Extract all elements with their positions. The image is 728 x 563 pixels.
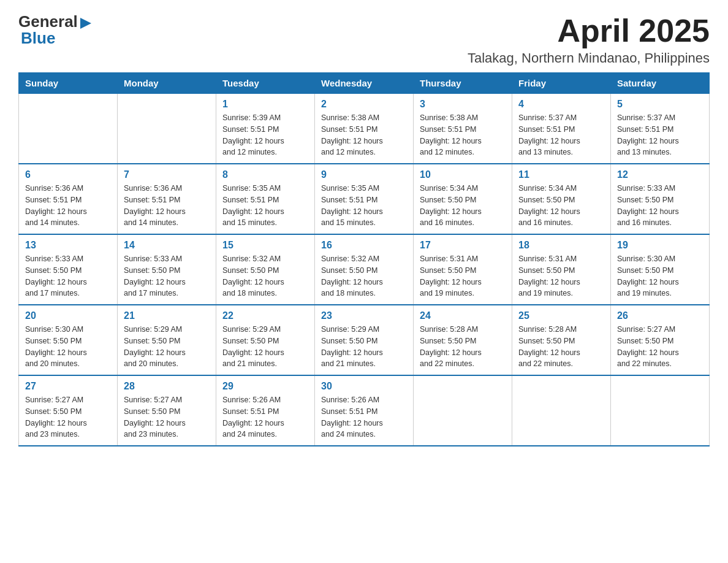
day-info: Sunrise: 5:29 AMSunset: 5:50 PMDaylight:… (222, 324, 308, 370)
page-subtitle: Talakag, Northern Mindanao, Philippines (468, 50, 710, 66)
calendar-cell: 8Sunrise: 5:35 AMSunset: 5:51 PMDaylight… (216, 164, 315, 234)
calendar-cell: 9Sunrise: 5:35 AMSunset: 5:51 PMDaylight… (315, 164, 414, 234)
day-number: 23 (321, 310, 407, 321)
day-info: Sunrise: 5:37 AMSunset: 5:51 PMDaylight:… (617, 112, 703, 158)
day-info: Sunrise: 5:29 AMSunset: 5:50 PMDaylight:… (321, 324, 407, 370)
calendar-cell: 29Sunrise: 5:26 AMSunset: 5:51 PMDayligh… (216, 375, 315, 446)
calendar-cell: 21Sunrise: 5:29 AMSunset: 5:50 PMDayligh… (118, 305, 216, 375)
day-number: 8 (222, 169, 308, 180)
day-number: 26 (617, 310, 703, 321)
day-number: 5 (617, 99, 703, 110)
calendar-week-row: 27Sunrise: 5:27 AMSunset: 5:50 PMDayligh… (19, 375, 710, 446)
logo: General Blue (18, 12, 93, 48)
day-info: Sunrise: 5:26 AMSunset: 5:51 PMDaylight:… (222, 394, 308, 440)
calendar-cell: 15Sunrise: 5:32 AMSunset: 5:50 PMDayligh… (216, 234, 315, 305)
day-info: Sunrise: 5:27 AMSunset: 5:50 PMDaylight:… (25, 394, 111, 440)
day-info: Sunrise: 5:26 AMSunset: 5:51 PMDaylight:… (321, 394, 407, 440)
calendar-day-header: Wednesday (315, 73, 414, 94)
day-number: 4 (518, 99, 604, 110)
calendar-cell: 5Sunrise: 5:37 AMSunset: 5:51 PMDaylight… (611, 94, 710, 164)
day-number: 27 (25, 381, 111, 392)
calendar-cell (611, 375, 710, 446)
day-info: Sunrise: 5:31 AMSunset: 5:50 PMDaylight:… (518, 253, 604, 299)
day-info: Sunrise: 5:34 AMSunset: 5:50 PMDaylight:… (518, 183, 604, 229)
day-number: 29 (222, 381, 308, 392)
day-number: 28 (124, 381, 210, 392)
calendar-cell: 18Sunrise: 5:31 AMSunset: 5:50 PMDayligh… (512, 234, 611, 305)
calendar-cell: 19Sunrise: 5:30 AMSunset: 5:50 PMDayligh… (611, 234, 710, 305)
day-info: Sunrise: 5:33 AMSunset: 5:50 PMDaylight:… (25, 253, 111, 299)
day-number: 15 (222, 240, 308, 251)
day-number: 13 (25, 240, 111, 251)
calendar-week-row: 20Sunrise: 5:30 AMSunset: 5:50 PMDayligh… (19, 305, 710, 375)
page-title: April 2025 (468, 12, 710, 49)
calendar-cell: 24Sunrise: 5:28 AMSunset: 5:50 PMDayligh… (414, 305, 512, 375)
calendar-cell: 7Sunrise: 5:36 AMSunset: 5:51 PMDaylight… (118, 164, 216, 234)
day-number: 18 (518, 240, 604, 251)
calendar-week-row: 13Sunrise: 5:33 AMSunset: 5:50 PMDayligh… (19, 234, 710, 305)
day-number: 16 (321, 240, 407, 251)
day-number: 7 (124, 169, 210, 180)
day-number: 11 (518, 169, 604, 180)
calendar-cell: 6Sunrise: 5:36 AMSunset: 5:51 PMDaylight… (19, 164, 118, 234)
day-number: 25 (518, 310, 604, 321)
day-info: Sunrise: 5:35 AMSunset: 5:51 PMDaylight:… (222, 183, 308, 229)
calendar-cell: 2Sunrise: 5:38 AMSunset: 5:51 PMDaylight… (315, 94, 414, 164)
calendar-cell: 30Sunrise: 5:26 AMSunset: 5:51 PMDayligh… (315, 375, 414, 446)
day-number: 10 (420, 169, 506, 180)
day-info: Sunrise: 5:37 AMSunset: 5:51 PMDaylight:… (518, 112, 604, 158)
calendar-cell: 16Sunrise: 5:32 AMSunset: 5:50 PMDayligh… (315, 234, 414, 305)
day-number: 19 (617, 240, 703, 251)
calendar-cell (512, 375, 611, 446)
calendar-cell: 10Sunrise: 5:34 AMSunset: 5:50 PMDayligh… (414, 164, 512, 234)
day-number: 6 (25, 169, 111, 180)
page-header: General Blue April 2025 Talakag, Norther… (18, 12, 710, 66)
day-info: Sunrise: 5:27 AMSunset: 5:50 PMDaylight:… (617, 324, 703, 370)
calendar-week-row: 6Sunrise: 5:36 AMSunset: 5:51 PMDaylight… (19, 164, 710, 234)
day-number: 30 (321, 381, 407, 392)
calendar-header-row: SundayMondayTuesdayWednesdayThursdayFrid… (19, 73, 710, 94)
day-info: Sunrise: 5:34 AMSunset: 5:50 PMDaylight:… (420, 183, 506, 229)
day-info: Sunrise: 5:38 AMSunset: 5:51 PMDaylight:… (321, 112, 407, 158)
logo-flag-icon (79, 17, 93, 30)
calendar-cell: 1Sunrise: 5:39 AMSunset: 5:51 PMDaylight… (216, 94, 315, 164)
day-info: Sunrise: 5:29 AMSunset: 5:50 PMDaylight:… (124, 324, 210, 370)
day-info: Sunrise: 5:32 AMSunset: 5:50 PMDaylight:… (222, 253, 308, 299)
day-info: Sunrise: 5:36 AMSunset: 5:51 PMDaylight:… (25, 183, 111, 229)
day-info: Sunrise: 5:33 AMSunset: 5:50 PMDaylight:… (617, 183, 703, 229)
day-number: 3 (420, 99, 506, 110)
title-block: April 2025 Talakag, Northern Mindanao, P… (468, 12, 710, 66)
calendar-cell: 17Sunrise: 5:31 AMSunset: 5:50 PMDayligh… (414, 234, 512, 305)
calendar-cell: 3Sunrise: 5:38 AMSunset: 5:51 PMDaylight… (414, 94, 512, 164)
day-info: Sunrise: 5:28 AMSunset: 5:50 PMDaylight:… (518, 324, 604, 370)
calendar-day-header: Sunday (19, 73, 118, 94)
day-number: 17 (420, 240, 506, 251)
day-info: Sunrise: 5:36 AMSunset: 5:51 PMDaylight:… (124, 183, 210, 229)
calendar-cell: 22Sunrise: 5:29 AMSunset: 5:50 PMDayligh… (216, 305, 315, 375)
day-number: 9 (321, 169, 407, 180)
day-info: Sunrise: 5:32 AMSunset: 5:50 PMDaylight:… (321, 253, 407, 299)
day-number: 2 (321, 99, 407, 110)
calendar-week-row: 1Sunrise: 5:39 AMSunset: 5:51 PMDaylight… (19, 94, 710, 164)
calendar-day-header: Monday (118, 73, 216, 94)
calendar-cell: 28Sunrise: 5:27 AMSunset: 5:50 PMDayligh… (118, 375, 216, 446)
calendar-cell: 20Sunrise: 5:30 AMSunset: 5:50 PMDayligh… (19, 305, 118, 375)
calendar-cell: 14Sunrise: 5:33 AMSunset: 5:50 PMDayligh… (118, 234, 216, 305)
calendar-table: SundayMondayTuesdayWednesdayThursdayFrid… (18, 72, 710, 446)
day-info: Sunrise: 5:35 AMSunset: 5:51 PMDaylight:… (321, 183, 407, 229)
calendar-cell: 12Sunrise: 5:33 AMSunset: 5:50 PMDayligh… (611, 164, 710, 234)
calendar-cell: 26Sunrise: 5:27 AMSunset: 5:50 PMDayligh… (611, 305, 710, 375)
day-number: 1 (222, 99, 308, 110)
day-number: 20 (25, 310, 111, 321)
logo-blue-text: Blue (21, 29, 55, 48)
calendar-cell (19, 94, 118, 164)
day-info: Sunrise: 5:27 AMSunset: 5:50 PMDaylight:… (124, 394, 210, 440)
day-info: Sunrise: 5:30 AMSunset: 5:50 PMDaylight:… (25, 324, 111, 370)
day-info: Sunrise: 5:38 AMSunset: 5:51 PMDaylight:… (420, 112, 506, 158)
calendar-cell: 11Sunrise: 5:34 AMSunset: 5:50 PMDayligh… (512, 164, 611, 234)
calendar-cell: 4Sunrise: 5:37 AMSunset: 5:51 PMDaylight… (512, 94, 611, 164)
day-number: 21 (124, 310, 210, 321)
day-info: Sunrise: 5:31 AMSunset: 5:50 PMDaylight:… (420, 253, 506, 299)
calendar-cell: 25Sunrise: 5:28 AMSunset: 5:50 PMDayligh… (512, 305, 611, 375)
day-number: 12 (617, 169, 703, 180)
